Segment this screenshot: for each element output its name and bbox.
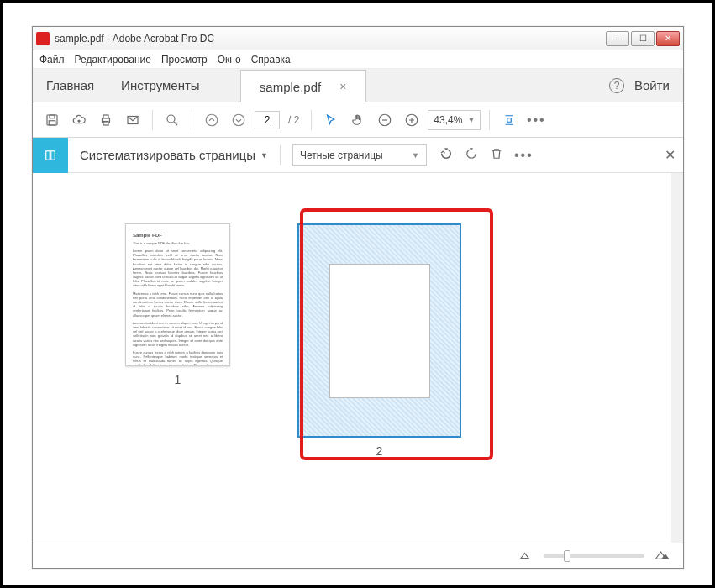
main-toolbar: / 2 43,4% ▼ ••• (33, 102, 683, 138)
search-icon[interactable] (161, 109, 183, 131)
svg-rect-5 (103, 121, 108, 125)
app-window: sample.pdf - Adobe Acrobat Pro DC — ☐ ✕ … (32, 26, 684, 569)
tab-tools[interactable]: Инструменты (108, 69, 213, 102)
more-organize-icon[interactable]: ••• (514, 148, 534, 163)
page-total-label: / 2 (288, 114, 299, 126)
hand-tool-icon[interactable] (347, 109, 369, 131)
slider-knob[interactable] (564, 550, 570, 562)
svg-rect-2 (49, 120, 55, 124)
organize-pages-icon (33, 138, 68, 173)
titlebar: sample.pdf - Adobe Acrobat Pro DC — ☐ ✕ (33, 27, 683, 50)
close-panel-icon[interactable]: ✕ (656, 147, 683, 163)
menu-window[interactable]: Окно (218, 54, 241, 66)
menu-view[interactable]: Просмотр (161, 54, 208, 66)
svg-point-7 (167, 115, 175, 123)
thumbnail-large-icon[interactable] (655, 547, 670, 565)
zoom-select[interactable]: 43,4% ▼ (428, 110, 481, 130)
tabbar: Главная Инструменты sample.pdf × ? Войти (33, 69, 683, 102)
more-toolbar-icon[interactable]: ••• (525, 109, 547, 131)
page-2-selection (297, 223, 461, 438)
page-2-preview (329, 264, 430, 398)
tab-document-label: sample.pdf (260, 80, 321, 94)
menu-file[interactable]: Файл (39, 54, 65, 66)
menu-edit[interactable]: Редактирование (75, 54, 151, 66)
svg-point-9 (233, 114, 244, 126)
menubar: Файл Редактирование Просмотр Окно Справк… (33, 50, 683, 69)
tab-home[interactable]: Главная (33, 69, 108, 102)
window-title: sample.pdf - Adobe Acrobat Pro DC (55, 33, 606, 45)
page-2-number: 2 (376, 444, 383, 458)
cursor-tool-icon[interactable] (320, 109, 342, 131)
page-1-preview: Sample PDF This is a sample PDF file. Fu… (125, 223, 230, 366)
rotate-cw-icon[interactable] (464, 146, 479, 165)
chevron-down-icon: ▼ (260, 151, 268, 160)
save-icon[interactable] (41, 109, 63, 131)
trash-icon[interactable] (489, 146, 504, 165)
rotate-ccw-icon[interactable] (439, 146, 454, 165)
fit-width-icon[interactable] (498, 109, 520, 131)
page-filter-value: Четные страницы (300, 150, 383, 161)
statusbar (33, 543, 683, 568)
zoom-value-label: 43,4% (434, 114, 462, 126)
cloud-upload-icon[interactable] (68, 109, 90, 131)
thumbnail-size-slider[interactable] (544, 554, 644, 558)
svg-point-8 (206, 114, 218, 126)
page-thumbnails-area[interactable]: Sample PDF This is a sample PDF file. Fu… (33, 173, 683, 543)
svg-rect-4 (103, 115, 108, 118)
help-icon[interactable]: ? (609, 78, 624, 93)
page-number-input[interactable] (255, 111, 280, 129)
organize-pages-dropdown[interactable]: Систематизировать страницы ▼ (68, 148, 280, 162)
page-thumbnail-1[interactable]: Sample PDF This is a sample PDF file. Fu… (125, 223, 230, 386)
print-icon[interactable] (95, 109, 117, 131)
svg-rect-1 (50, 115, 55, 118)
page-filter-select[interactable]: Четные страницы ▼ (292, 144, 427, 166)
page-up-icon[interactable] (201, 109, 223, 131)
thumbnail-small-icon[interactable] (518, 547, 534, 565)
menu-help[interactable]: Справка (251, 54, 291, 66)
page-1-number: 1 (175, 373, 181, 386)
zoom-out-icon[interactable] (374, 109, 396, 131)
page-thumbnail-2[interactable]: 2 (297, 223, 461, 458)
tab-document[interactable]: sample.pdf × (240, 70, 366, 102)
page-down-icon[interactable] (228, 109, 250, 131)
tab-close-icon[interactable]: × (339, 80, 346, 93)
maximize-button[interactable]: ☐ (631, 31, 655, 46)
login-button[interactable]: Войти (634, 78, 670, 92)
svg-rect-13 (51, 150, 55, 160)
app-icon (36, 32, 50, 45)
zoom-in-icon[interactable] (401, 109, 423, 131)
svg-rect-12 (46, 150, 50, 160)
chevron-down-icon: ▼ (412, 151, 419, 160)
close-window-button[interactable]: ✕ (656, 31, 680, 46)
organize-bar: Систематизировать страницы ▼ Четные стра… (33, 138, 683, 173)
chevron-down-icon: ▼ (467, 116, 475, 124)
minimize-button[interactable]: — (606, 31, 629, 46)
mail-icon[interactable] (122, 109, 144, 131)
